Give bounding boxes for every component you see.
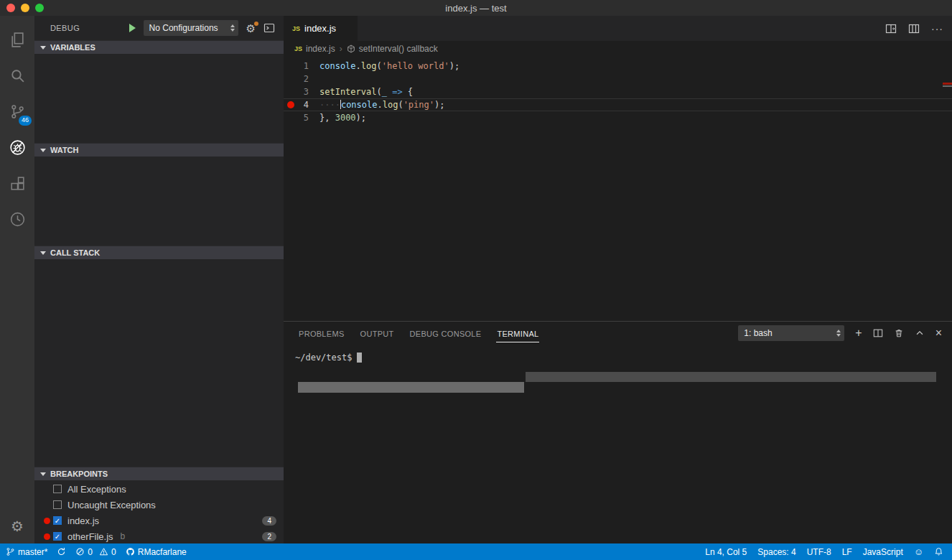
sidebar-item-explorer[interactable]	[0, 22, 34, 57]
breakpoint-label: Uncaught Exceptions	[67, 500, 156, 510]
line-gutter[interactable]: 4	[284, 98, 319, 111]
tab-problems[interactable]: PROBLEMS	[298, 325, 345, 342]
sidebar-item-debug[interactable]	[0, 129, 34, 165]
maximize-panel-button[interactable]	[915, 328, 925, 338]
checkbox[interactable]	[53, 532, 62, 541]
code-token: setInterval	[319, 87, 376, 97]
sidebar-item-source-control[interactable]: 46	[0, 93, 34, 129]
code-line[interactable]: 5}, 3000);	[284, 111, 952, 124]
terminal-output[interactable]: ~/dev/test$	[284, 345, 952, 363]
eol-status[interactable]: LF	[842, 547, 852, 557]
tab-terminal[interactable]: TERMINAL	[496, 325, 539, 342]
encoding-status[interactable]: UTF-8	[807, 547, 831, 557]
breakpoint-row-otherfilejs[interactable]: otherFile.js b 2	[34, 528, 284, 544]
overview-ruler[interactable]	[943, 57, 952, 321]
notifications-button[interactable]	[934, 547, 943, 556]
line-gutter[interactable]: 3	[284, 85, 319, 98]
code-line[interactable]: 1console.log('hello world');	[284, 60, 952, 73]
language-mode-status[interactable]: JavaScript	[863, 547, 903, 557]
breakpoint-label: All Exceptions	[67, 484, 126, 495]
sync-changes-button[interactable]	[57, 547, 66, 556]
github-icon	[126, 547, 135, 556]
split-editor-button[interactable]	[885, 23, 897, 34]
code-token: 'ping'	[403, 100, 434, 110]
code-line[interactable]: 2	[284, 73, 952, 85]
line-gutter[interactable]: 1	[284, 60, 319, 73]
more-actions-button[interactable]: ···	[931, 23, 943, 34]
debug-configurations-dropdown[interactable]: No Configurations	[144, 20, 238, 36]
start-debugging-button[interactable]	[129, 24, 136, 32]
tab-debug-console[interactable]: DEBUG CONSOLE	[409, 325, 482, 342]
checkbox[interactable]	[53, 516, 62, 525]
line-number: 4	[304, 100, 309, 110]
line-content[interactable]	[319, 73, 952, 85]
github-account-status[interactable]: RMacfarlane	[126, 547, 187, 557]
branch-name: master*	[18, 547, 47, 557]
line-number: 2	[304, 74, 309, 84]
sidebar-item-extension-view[interactable]	[0, 201, 34, 237]
indentation-status[interactable]: Spaces: 4	[757, 547, 795, 557]
terminal-selector-dropdown[interactable]: 1: bash	[738, 325, 844, 341]
line-content[interactable]: ····console.log('ping');	[319, 98, 952, 111]
breadcrumb-symbol[interactable]: setInterval() callback	[347, 44, 438, 54]
line-content[interactable]: console.log('hello world');	[319, 60, 952, 73]
toggle-layout-button[interactable]	[908, 23, 920, 34]
errors-icon	[75, 547, 85, 556]
editor-area: JS index.js ··· JS index.js	[284, 16, 952, 543]
breakpoint-row-uncaught-exceptions[interactable]: Uncaught Exceptions	[34, 497, 284, 513]
render-artifact-bar-right	[526, 372, 936, 382]
section-header-breakpoints[interactable]: BREAKPOINTS	[34, 467, 284, 480]
tab-output[interactable]: OUTPUT	[360, 325, 395, 342]
checkbox[interactable]	[53, 485, 62, 493]
breakpoint-row-indexjs[interactable]: index.js 4	[34, 513, 284, 528]
minimize-window-button[interactable]	[21, 4, 29, 12]
line-gutter[interactable]: 2	[284, 73, 319, 85]
breadcrumb-file-label: index.js	[306, 44, 335, 54]
split-terminal-button[interactable]	[873, 328, 883, 338]
line-gutter[interactable]: 5	[284, 111, 319, 124]
breakpoint-row-all-exceptions[interactable]: All Exceptions	[34, 481, 284, 497]
line-content[interactable]: setInterval(_ => {	[319, 85, 952, 98]
tab-indexjs[interactable]: JS index.js	[284, 16, 358, 41]
sidebar-item-search[interactable]	[0, 57, 34, 93]
code-token: ····	[319, 100, 340, 110]
kill-terminal-button[interactable]	[894, 328, 904, 338]
activity-bar: 46 ⚙	[0, 16, 34, 543]
line-number: 1	[304, 61, 309, 71]
section-header-call-stack[interactable]: CALL STACK	[34, 246, 284, 259]
breakpoint-dot[interactable]	[287, 101, 294, 108]
code-editor[interactable]: 1console.log('hello world');23setInterva…	[284, 57, 952, 321]
breadcrumb-file[interactable]: JS index.js	[294, 44, 335, 54]
settings-gear-button[interactable]: ⚙	[0, 509, 34, 543]
zoom-window-button[interactable]	[35, 4, 44, 12]
code-token: );	[449, 61, 459, 71]
problems-status[interactable]: 0 0	[75, 547, 116, 557]
git-branch-status[interactable]: master*	[6, 547, 47, 557]
code-token: =>	[392, 87, 402, 97]
editor-tab-bar: JS index.js ···	[284, 16, 952, 41]
checkbox[interactable]	[53, 500, 62, 509]
symbol-icon	[347, 45, 355, 53]
code-line[interactable]: 3setInterval(_ => {	[284, 85, 952, 98]
code-token: (	[376, 87, 381, 97]
clock-icon	[9, 210, 27, 228]
open-debug-console-button[interactable]	[263, 22, 275, 34]
terminal-prompt: ~/dev/test$	[295, 353, 352, 363]
configure-launch-button[interactable]: ⚙	[246, 23, 256, 34]
code-token: _	[382, 87, 387, 97]
line-content[interactable]: }, 3000);	[319, 111, 952, 124]
dropdown-arrows-icon	[836, 330, 841, 337]
code-token: 3000	[335, 113, 356, 123]
sidebar-item-extensions[interactable]	[0, 165, 34, 201]
cursor-position-status[interactable]: Ln 4, Col 5	[705, 547, 747, 557]
breakpoints-pane: All Exceptions Uncaught Exceptions index…	[34, 480, 284, 544]
debug-sidebar: DEBUG No Configurations ⚙	[34, 16, 284, 543]
macos-traffic-lights	[6, 4, 44, 12]
new-terminal-button[interactable]: +	[855, 327, 862, 339]
section-header-variables[interactable]: VARIABLES	[34, 40, 284, 54]
close-panel-button[interactable]: ×	[935, 327, 942, 339]
section-header-watch[interactable]: WATCH	[34, 143, 284, 157]
close-window-button[interactable]	[6, 4, 15, 12]
code-line[interactable]: 4····console.log('ping');	[284, 98, 952, 111]
feedback-smiley-button[interactable]: ☺	[914, 546, 923, 557]
